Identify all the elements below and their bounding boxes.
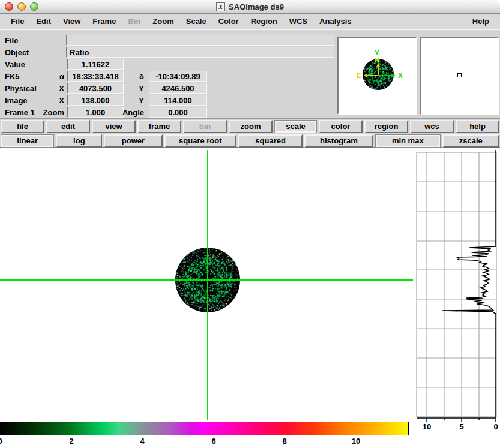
linear-button[interactable]: linear xyxy=(1,134,54,148)
dec-field: -10:34:09.89 xyxy=(149,71,207,82)
min-max-button[interactable]: min max xyxy=(375,134,441,148)
vertical-graph xyxy=(417,150,496,417)
magnifier-panel[interactable] xyxy=(420,37,499,115)
physical-x-field: 4073.500 xyxy=(67,83,124,94)
scale-button[interactable]: scale xyxy=(274,120,317,133)
bottom-bar: 02468101050 xyxy=(0,417,500,448)
log-button[interactable]: log xyxy=(56,134,102,148)
panner-east-label: E xyxy=(357,72,361,79)
angle-field: 0.000 xyxy=(149,107,207,118)
colorbar-tick-label: 6 xyxy=(211,437,215,446)
view-button[interactable]: view xyxy=(92,120,136,133)
angle-label: Angle xyxy=(120,108,144,117)
object-label: Object xyxy=(5,48,29,57)
squared-button[interactable]: squared xyxy=(238,134,303,148)
graph-axis-label: 0 xyxy=(493,422,498,431)
title-bar[interactable]: X SAOImage ds9 xyxy=(0,0,500,14)
menu-wcs[interactable]: WCS xyxy=(283,17,313,26)
image-x-label: X xyxy=(36,96,64,105)
menu-zoom[interactable]: Zoom xyxy=(146,17,179,26)
edit-button[interactable]: edit xyxy=(46,120,90,133)
panner-north-label: N xyxy=(375,56,379,64)
color-button[interactable]: color xyxy=(319,120,363,133)
image-x-field: 138.000 xyxy=(67,95,124,106)
value-field: 1.11622 xyxy=(67,59,124,70)
file-label: File xyxy=(5,36,18,45)
physical-y-label: Y xyxy=(120,84,144,93)
frame-label: Frame 1 xyxy=(5,108,35,117)
file-field xyxy=(66,35,334,46)
bin-button: bin xyxy=(183,120,227,133)
image-y-label: Y xyxy=(120,96,144,105)
region-button[interactable]: region xyxy=(364,120,408,133)
scale-button-bar: linear log power square root squared his… xyxy=(0,134,500,148)
power-button[interactable]: power xyxy=(104,134,162,148)
panner-panel[interactable]: YNEX xyxy=(337,37,417,115)
menu-file[interactable]: File xyxy=(5,17,30,26)
colorbar-tick-label: 4 xyxy=(140,437,145,446)
menu-view[interactable]: View xyxy=(57,17,86,26)
menu-frame[interactable]: Frame xyxy=(86,17,122,26)
zoom-field: 1.000 xyxy=(67,107,124,118)
file-button[interactable]: file xyxy=(1,120,44,133)
magnifier-cursor-box xyxy=(457,73,462,77)
square-root-button[interactable]: square root xyxy=(164,134,237,148)
physical-label: Physical xyxy=(5,84,37,93)
ds9-window: X SAOImage ds9 File Edit View Frame Bin … xyxy=(0,0,500,448)
delta-label: δ xyxy=(120,72,144,81)
menu-bar: File Edit View Frame Bin Zoom Scale Colo… xyxy=(0,14,500,29)
menu-help[interactable]: Help xyxy=(466,17,495,26)
alpha-label: α xyxy=(36,72,64,81)
colorbar-tick-label: 0 xyxy=(0,437,2,446)
zscale-button[interactable]: zscale xyxy=(442,134,499,148)
physical-x-label: X xyxy=(36,84,64,93)
wcs-system-label: FK5 xyxy=(5,72,20,81)
colorbar-tick-label: 8 xyxy=(282,437,286,446)
colorbar-tick-label: 10 xyxy=(352,437,360,446)
image-y-field: 114.000 xyxy=(149,95,207,106)
panner-x-label: X xyxy=(398,72,403,79)
value-label: Value xyxy=(5,60,25,69)
panner-y-label: Y xyxy=(375,49,379,56)
image-label: Image xyxy=(5,96,28,105)
graph-axis-label: 10 xyxy=(423,422,431,431)
graph-axis-label: 5 xyxy=(459,422,463,431)
physical-y-field: 4246.500 xyxy=(149,83,207,94)
menu-color[interactable]: Color xyxy=(212,17,245,26)
ra-field: 18:33:33.418 xyxy=(67,71,124,82)
menu-scale[interactable]: Scale xyxy=(180,17,212,26)
image-canvas[interactable] xyxy=(0,150,500,417)
frame-button[interactable]: frame xyxy=(137,120,181,133)
menu-edit[interactable]: Edit xyxy=(30,17,57,26)
wcs-button[interactable]: wcs xyxy=(410,120,454,133)
object-field: Ratio xyxy=(66,47,334,58)
info-panel: File Object Ratio Value 1.11622 FK5 α 18… xyxy=(0,29,500,119)
main-button-bar: file edit view frame bin zoom scale colo… xyxy=(0,119,500,134)
window-title: SAOImage ds9 xyxy=(229,2,284,11)
menu-analysis[interactable]: Analysis xyxy=(313,17,357,26)
x11-app-icon: X xyxy=(216,2,225,11)
help-button[interactable]: help xyxy=(456,120,499,133)
menu-region[interactable]: Region xyxy=(245,17,283,26)
zoom-label: Zoom xyxy=(36,108,64,117)
colorbar-tick-label: 2 xyxy=(69,437,73,446)
menu-bin: Bin xyxy=(122,17,146,26)
histogram-button[interactable]: histogram xyxy=(304,134,373,148)
zoom-button-bar[interactable]: zoom xyxy=(229,120,273,133)
